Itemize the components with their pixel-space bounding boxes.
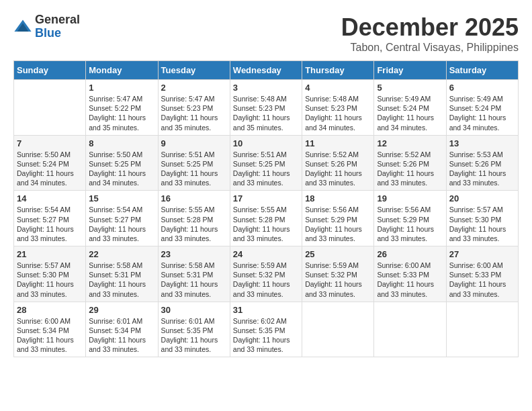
- week-row-3: 21 Sunrise: 5:57 AM Sunset: 5:30 PM Dayl…: [14, 246, 519, 302]
- daylight: Daylight: 11 hours and 33 minutes.: [449, 169, 506, 187]
- sunrise: Sunrise: 5:52 AM: [305, 150, 359, 158]
- calendar-cell: 4 Sunrise: 5:48 AM Sunset: 5:23 PM Dayli…: [302, 80, 374, 136]
- day-info: Sunrise: 5:58 AM Sunset: 5:31 PM Dayligh…: [161, 261, 227, 299]
- day-number: 17: [233, 193, 299, 203]
- sunrise: Sunrise: 5:50 AM: [17, 150, 71, 158]
- sunset: Sunset: 5:25 PM: [89, 160, 141, 168]
- day-number: 3: [233, 83, 299, 93]
- daylight: Daylight: 11 hours and 33 minutes.: [305, 280, 362, 298]
- calendar-cell: 6 Sunrise: 5:49 AM Sunset: 5:24 PM Dayli…: [446, 80, 518, 136]
- sunrise: Sunrise: 6:02 AM: [233, 317, 287, 325]
- sunset: Sunset: 5:32 PM: [305, 271, 357, 279]
- day-number: 10: [233, 138, 299, 148]
- calendar-cell: 15 Sunrise: 5:54 AM Sunset: 5:27 PM Dayl…: [86, 191, 158, 246]
- calendar-cell: 1 Sunrise: 5:47 AM Sunset: 5:22 PM Dayli…: [86, 80, 158, 136]
- header-cell-tuesday: Tuesday: [158, 61, 230, 80]
- calendar-table: SundayMondayTuesdayWednesdayThursdayFrid…: [13, 60, 519, 357]
- daylight: Daylight: 11 hours and 35 minutes.: [89, 113, 146, 131]
- daylight: Daylight: 11 hours and 34 minutes.: [305, 113, 362, 131]
- day-number: 23: [161, 249, 227, 259]
- daylight: Daylight: 11 hours and 33 minutes.: [233, 336, 290, 353]
- sunrise: Sunrise: 5:57 AM: [17, 261, 71, 269]
- day-info: Sunrise: 5:47 AM Sunset: 5:22 PM Dayligh…: [89, 94, 154, 132]
- day-info: Sunrise: 5:56 AM Sunset: 5:29 PM Dayligh…: [305, 205, 371, 243]
- day-number: 18: [305, 193, 371, 203]
- calendar-cell: 18 Sunrise: 5:56 AM Sunset: 5:29 PM Dayl…: [302, 191, 374, 246]
- calendar-cell: 2 Sunrise: 5:47 AM Sunset: 5:23 PM Dayli…: [158, 80, 230, 136]
- daylight: Daylight: 11 hours and 33 minutes.: [449, 225, 506, 242]
- sunset: Sunset: 5:23 PM: [233, 104, 285, 112]
- sunrise: Sunrise: 5:47 AM: [89, 95, 142, 103]
- calendar-cell: 22 Sunrise: 5:58 AM Sunset: 5:31 PM Dayl…: [86, 246, 158, 302]
- calendar-cell: 9 Sunrise: 5:51 AM Sunset: 5:25 PM Dayli…: [158, 135, 230, 191]
- calendar-cell: 10 Sunrise: 5:51 AM Sunset: 5:25 PM Dayl…: [230, 135, 302, 191]
- calendar-cell: 27 Sunrise: 6:00 AM Sunset: 5:33 PM Dayl…: [446, 246, 518, 302]
- day-number: 1: [89, 83, 154, 93]
- daylight: Daylight: 11 hours and 33 minutes.: [449, 280, 506, 298]
- logo-icon: [13, 17, 32, 36]
- sunrise: Sunrise: 5:56 AM: [305, 205, 359, 214]
- day-number: 8: [89, 138, 154, 148]
- daylight: Daylight: 11 hours and 33 minutes.: [17, 280, 74, 298]
- sunrise: Sunrise: 5:51 AM: [161, 150, 215, 158]
- sunrise: Sunrise: 5:47 AM: [161, 95, 215, 103]
- header-cell-sunday: Sunday: [14, 61, 86, 80]
- logo: General Blue: [13, 13, 80, 40]
- day-number: 31: [233, 305, 299, 315]
- sunrise: Sunrise: 5:59 AM: [233, 261, 287, 269]
- location-title: Tabon, Central Visayas, Philippines: [341, 42, 519, 54]
- calendar-cell: [374, 302, 446, 357]
- header: General Blue December 2025 Tabon, Centra…: [13, 13, 519, 54]
- header-row: SundayMondayTuesdayWednesdayThursdayFrid…: [14, 61, 519, 80]
- day-info: Sunrise: 6:01 AM Sunset: 5:35 PM Dayligh…: [161, 316, 227, 355]
- calendar-cell: 12 Sunrise: 5:52 AM Sunset: 5:26 PM Dayl…: [374, 135, 446, 191]
- header-cell-wednesday: Wednesday: [230, 61, 302, 80]
- week-row-0: 1 Sunrise: 5:47 AM Sunset: 5:22 PM Dayli…: [14, 80, 519, 136]
- sunset: Sunset: 5:32 PM: [233, 271, 285, 279]
- sunset: Sunset: 5:26 PM: [305, 160, 357, 168]
- header-cell-thursday: Thursday: [302, 61, 374, 80]
- daylight: Daylight: 11 hours and 35 minutes.: [161, 113, 218, 131]
- daylight: Daylight: 11 hours and 33 minutes.: [89, 225, 146, 242]
- day-number: 2: [161, 83, 227, 93]
- day-info: Sunrise: 5:49 AM Sunset: 5:24 PM Dayligh…: [449, 94, 515, 132]
- day-number: 6: [449, 83, 515, 93]
- calendar-cell: 13 Sunrise: 5:53 AM Sunset: 5:26 PM Dayl…: [446, 135, 518, 191]
- daylight: Daylight: 11 hours and 34 minutes.: [89, 169, 146, 187]
- sunset: Sunset: 5:35 PM: [233, 326, 285, 334]
- day-info: Sunrise: 6:01 AM Sunset: 5:34 PM Dayligh…: [89, 316, 154, 355]
- sunrise: Sunrise: 6:01 AM: [161, 317, 215, 325]
- sunset: Sunset: 5:29 PM: [377, 216, 429, 224]
- daylight: Daylight: 11 hours and 33 minutes.: [305, 169, 362, 187]
- daylight: Daylight: 11 hours and 35 minutes.: [233, 113, 290, 131]
- day-number: 21: [17, 249, 83, 259]
- day-info: Sunrise: 5:50 AM Sunset: 5:25 PM Dayligh…: [89, 150, 154, 188]
- sunrise: Sunrise: 5:48 AM: [305, 95, 359, 103]
- sunset: Sunset: 5:27 PM: [89, 216, 141, 224]
- sunset: Sunset: 5:26 PM: [377, 160, 429, 168]
- calendar-cell: 7 Sunrise: 5:50 AM Sunset: 5:24 PM Dayli…: [14, 135, 86, 191]
- day-info: Sunrise: 5:54 AM Sunset: 5:27 PM Dayligh…: [17, 205, 83, 243]
- logo-blue: Blue: [35, 27, 80, 40]
- day-number: 5: [377, 83, 443, 93]
- day-info: Sunrise: 6:00 AM Sunset: 5:33 PM Dayligh…: [449, 261, 515, 299]
- sunrise: Sunrise: 5:51 AM: [233, 150, 287, 158]
- day-number: 24: [233, 249, 299, 259]
- sunset: Sunset: 5:30 PM: [17, 271, 69, 279]
- day-info: Sunrise: 5:53 AM Sunset: 5:26 PM Dayligh…: [449, 150, 515, 188]
- daylight: Daylight: 11 hours and 33 minutes.: [161, 225, 218, 242]
- day-info: Sunrise: 5:58 AM Sunset: 5:31 PM Dayligh…: [89, 261, 154, 299]
- day-number: 22: [89, 249, 154, 259]
- day-info: Sunrise: 5:55 AM Sunset: 5:28 PM Dayligh…: [161, 205, 227, 243]
- daylight: Daylight: 11 hours and 33 minutes.: [161, 336, 218, 353]
- sunset: Sunset: 5:25 PM: [161, 160, 214, 168]
- calendar-cell: 16 Sunrise: 5:55 AM Sunset: 5:28 PM Dayl…: [158, 191, 230, 246]
- day-info: Sunrise: 6:00 AM Sunset: 5:34 PM Dayligh…: [17, 316, 83, 355]
- sunset: Sunset: 5:22 PM: [89, 104, 141, 112]
- sunset: Sunset: 5:33 PM: [377, 271, 429, 279]
- sunset: Sunset: 5:28 PM: [233, 216, 285, 224]
- calendar-cell: 11 Sunrise: 5:52 AM Sunset: 5:26 PM Dayl…: [302, 135, 374, 191]
- daylight: Daylight: 11 hours and 33 minutes.: [233, 225, 290, 242]
- sunrise: Sunrise: 5:56 AM: [377, 205, 431, 214]
- sunset: Sunset: 5:24 PM: [17, 160, 69, 168]
